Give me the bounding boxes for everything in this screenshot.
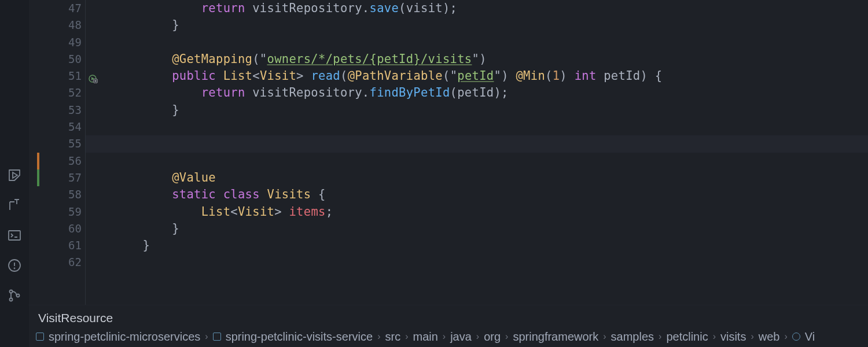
chevron-right-icon: › [505, 331, 508, 342]
line-number[interactable]: 47 [29, 0, 82, 17]
line-number[interactable]: 62 [29, 254, 82, 271]
chevron-right-icon: › [784, 331, 787, 342]
code-line[interactable]: public List<Visit> read(@PathVariable("p… [113, 68, 868, 84]
class-context-label[interactable]: VisitResource [29, 305, 868, 326]
class-icon [792, 333, 800, 341]
breadcrumb-item[interactable]: spring-petclinic-microservices [49, 330, 200, 344]
breadcrumb-item[interactable]: visits [720, 330, 746, 344]
code-line[interactable]: } [113, 102, 868, 119]
breadcrumb-item[interactable]: main [413, 330, 437, 344]
git-icon[interactable] [7, 288, 22, 303]
editor-area: 47484950515253545556575859606162 return … [29, 0, 868, 347]
module-icon [213, 333, 221, 341]
code-lines[interactable]: return visitRepository.save(visit); } @G… [86, 0, 868, 305]
svg-point-7 [10, 298, 13, 301]
svg-point-6 [10, 290, 13, 293]
breadcrumb-item[interactable]: web [759, 330, 780, 344]
code-line[interactable]: } [113, 237, 868, 254]
line-number[interactable]: 57 [29, 169, 82, 186]
line-number[interactable]: 59 [29, 204, 82, 220]
breadcrumb-item[interactable]: samples [611, 330, 654, 344]
breadcrumb-item[interactable]: src [385, 330, 400, 344]
line-number[interactable]: 49 [29, 34, 82, 51]
run-icon[interactable] [7, 168, 22, 183]
code-line[interactable]: } [113, 17, 868, 34]
gutter[interactable]: 47484950515253545556575859606162 [29, 0, 86, 305]
run-endpoint-icon[interactable] [89, 71, 98, 80]
chevron-right-icon: › [443, 331, 446, 342]
svg-point-5 [14, 268, 15, 269]
breadcrumb-item[interactable]: springframework [513, 330, 598, 344]
code-container[interactable]: 47484950515253545556575859606162 return … [29, 0, 868, 305]
module-icon [36, 333, 44, 341]
line-number[interactable]: 54 [29, 119, 82, 135]
line-number[interactable]: 60 [29, 220, 82, 237]
code-line[interactable]: return visitRepository.findByPetId(petId… [113, 84, 868, 101]
line-number[interactable]: 56 [29, 153, 82, 169]
code-line[interactable] [113, 153, 868, 169]
svg-marker-0 [13, 172, 17, 178]
chevron-right-icon: › [603, 331, 606, 342]
chevron-right-icon: › [713, 331, 716, 342]
code-line[interactable]: } [113, 220, 868, 237]
code-line[interactable]: List<Visit> items; [113, 204, 868, 220]
line-number[interactable]: 51 [29, 68, 82, 84]
breadcrumb-item[interactable]: petclinic [666, 330, 708, 344]
terminal-icon[interactable] [7, 228, 22, 243]
structure-icon[interactable] [7, 198, 22, 213]
breadcrumb-item[interactable]: org [484, 330, 501, 344]
chevron-right-icon: › [205, 331, 208, 342]
chevron-right-icon: › [751, 331, 753, 342]
chevron-right-icon: › [476, 331, 479, 342]
line-number[interactable]: 52 [29, 84, 82, 101]
code-line[interactable] [113, 34, 868, 51]
line-number[interactable]: 58 [29, 186, 82, 203]
code-line[interactable]: @Value [113, 169, 868, 186]
line-number[interactable]: 50 [29, 51, 82, 68]
chevron-right-icon: › [405, 331, 408, 342]
code-line[interactable] [86, 135, 868, 152]
code-line[interactable]: static class Visits { [113, 186, 868, 203]
code-line[interactable]: @GetMapping("owners/*/pets/{petId}/visit… [113, 51, 868, 68]
breadcrumb-item[interactable]: spring-petclinic-visits-service [226, 330, 373, 344]
chevron-right-icon: › [659, 331, 661, 342]
line-number[interactable]: 48 [29, 17, 82, 34]
line-number[interactable]: 61 [29, 237, 82, 254]
breadcrumb-item[interactable]: Vi [805, 330, 815, 344]
problems-icon[interactable] [7, 258, 22, 273]
code-line[interactable] [113, 119, 868, 135]
activity-bar [0, 0, 29, 347]
code-line[interactable] [113, 254, 868, 271]
line-number[interactable]: 55 [29, 135, 82, 152]
svg-rect-2 [9, 231, 20, 240]
breadcrumb-bar[interactable]: spring-petclinic-microservices›spring-pe… [29, 326, 868, 347]
breadcrumb-item[interactable]: java [450, 330, 472, 344]
code-line[interactable]: return visitRepository.save(visit); [113, 0, 868, 17]
chevron-right-icon: › [377, 331, 380, 342]
line-number[interactable]: 53 [29, 102, 82, 119]
